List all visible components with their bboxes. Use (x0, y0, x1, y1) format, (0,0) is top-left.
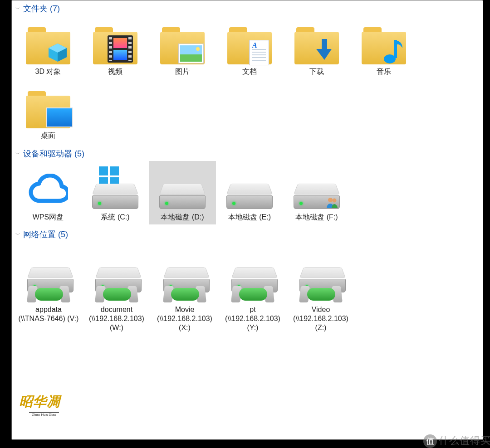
network-drive-v[interactable]: appdata (\\TNAS-7646) (V:) (15, 252, 83, 336)
item-label: appdata (35, 305, 62, 314)
item-label: 桌面 (41, 131, 55, 140)
folder-icon (23, 83, 73, 130)
item-path: (\\192.168.2.103) (Z:) (289, 314, 353, 332)
drive-icon (225, 162, 274, 212)
folder-icon (225, 19, 274, 66)
item-label: 音乐 (377, 67, 391, 76)
item-path: (\\TNAS-7646) (V:) (19, 314, 79, 323)
drive-icon (292, 162, 342, 212)
folder-music[interactable]: 音乐 (350, 16, 417, 80)
folder-icon (292, 19, 342, 66)
folder-icon (157, 19, 207, 66)
drive-icon (90, 162, 140, 212)
chevron-down-icon: ﹀ (15, 5, 20, 12)
item-label: Video (312, 305, 330, 314)
site-watermark-text: 什么值得买 (439, 435, 490, 446)
svg-point-5 (328, 198, 333, 202)
item-path: (\\192.168.2.103) (X:) (152, 314, 217, 332)
site-watermark: 值什么值得买 (423, 434, 490, 448)
item-label: 本地磁盘 (F:) (295, 213, 338, 222)
folder-desktop[interactable]: 桌面 (15, 80, 82, 144)
section-title: 设备和驱动器 (5) (23, 148, 84, 159)
item-label: 视频 (108, 67, 122, 76)
chevron-down-icon: ﹀ (15, 231, 20, 238)
item-label: 本地磁盘 (D:) (161, 213, 204, 222)
network-drive-y[interactable]: pt (\\192.168.2.103) (Y:) (219, 252, 287, 336)
item-label: WPS网盘 (33, 213, 64, 222)
network-drive-icon (228, 254, 278, 304)
section-title: 网络位置 (5) (23, 229, 68, 240)
device-drive-f[interactable]: 本地磁盘 (F:) (283, 161, 350, 224)
item-label: 3D 对象 (35, 67, 61, 76)
section-header-devices[interactable]: ﹀ 设备和驱动器 (5) (12, 146, 483, 161)
network-drive-icon (296, 254, 346, 304)
chevron-down-icon: ﹀ (15, 151, 20, 157)
section-header-network[interactable]: ﹀ 网络位置 (5) (12, 227, 483, 242)
network-drive-icon (24, 254, 74, 304)
device-drive-e[interactable]: 本地磁盘 (E:) (216, 161, 283, 224)
svg-point-6 (333, 199, 337, 203)
site-badge-icon: 值 (423, 434, 437, 448)
folder-icon (23, 19, 73, 66)
item-label: pt (250, 305, 255, 314)
folder-icon (359, 19, 409, 66)
item-label: document (101, 305, 132, 314)
author-watermark-sub: Zhao Hua Diao (29, 412, 59, 417)
network-drive-x[interactable]: Movie (\\192.168.2.103) (X:) (151, 252, 219, 336)
item-label: Movie (175, 305, 195, 314)
network-drive-icon (160, 254, 210, 304)
folder-3d-objects[interactable]: 3D 对象 (15, 16, 82, 80)
section-header-folders[interactable]: ﹀ 文件夹 (7) (12, 1, 483, 16)
network-grid: appdata (\\TNAS-7646) (V:) document (\\1… (12, 252, 483, 339)
item-label: 图片 (175, 67, 190, 76)
folders-grid: 3D 对象 视频 图片 (12, 16, 483, 146)
item-label: 本地磁盘 (E:) (228, 213, 271, 222)
folder-pictures[interactable]: 图片 (149, 16, 216, 80)
item-label: 系统 (C:) (101, 213, 129, 222)
drive-icon (157, 162, 207, 212)
item-label: 下载 (309, 67, 324, 76)
cloud-icon (23, 162, 73, 212)
network-drive-z[interactable]: Video (\\192.168.2.103) (Z:) (287, 252, 355, 336)
network-drive-icon (92, 254, 142, 304)
devices-grid: WPS网盘 系统 (C:) 本地磁盘 (D:) 本地磁盘 (E:) (12, 161, 483, 227)
shared-users-icon (326, 196, 338, 208)
item-path: (\\192.168.2.103) (W:) (84, 314, 149, 332)
explorer-window: ﹀ 文件夹 (7) 3D 对象 (11, 0, 483, 440)
section-title: 文件夹 (7) (23, 3, 60, 14)
device-drive-d[interactable]: 本地磁盘 (D:) (149, 161, 216, 224)
item-path: (\\192.168.2.103) (Y:) (220, 314, 285, 332)
device-drive-c[interactable]: 系统 (C:) (82, 161, 149, 224)
folder-videos[interactable]: 视频 (82, 16, 149, 80)
folder-icon (90, 19, 140, 66)
device-wps-netdisk[interactable]: WPS网盘 (15, 161, 82, 224)
content-area: ﹀ 文件夹 (7) 3D 对象 (12, 0, 483, 340)
folder-documents[interactable]: 文档 (216, 16, 283, 80)
item-label: 文档 (242, 67, 257, 76)
author-watermark: 昭华凋 (19, 393, 60, 411)
folder-downloads[interactable]: 下载 (283, 16, 350, 80)
network-drive-w[interactable]: document (\\192.168.2.103) (W:) (83, 252, 151, 336)
